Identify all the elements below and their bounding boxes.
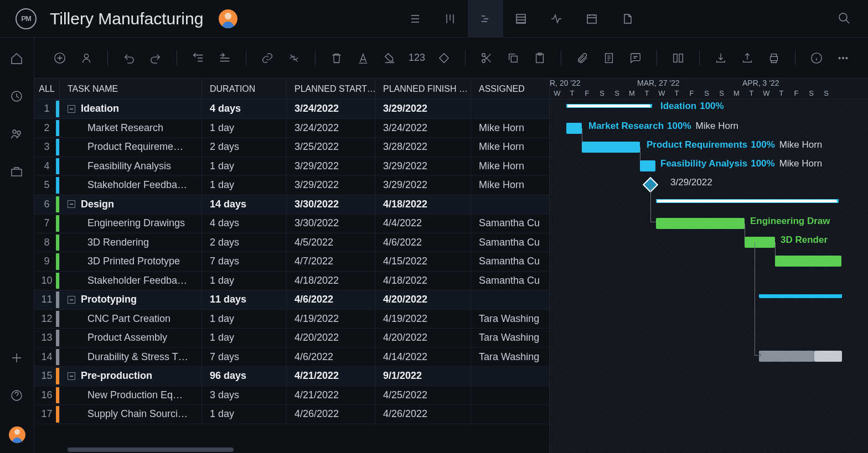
finish-cell[interactable]: 4/18/2022 [375, 272, 471, 290]
task-name-cell[interactable]: Product Requireme… [60, 138, 202, 157]
assigned-cell[interactable]: Samantha Cu [471, 214, 547, 233]
outdent-button[interactable] [190, 50, 206, 66]
table-row[interactable]: 15−Pre-production96 days4/21/20229/1/202… [34, 367, 549, 386]
import-button[interactable] [713, 50, 728, 66]
assigned-cell[interactable] [471, 290, 547, 309]
info-button[interactable] [809, 50, 824, 66]
finish-cell[interactable]: 4/6/2022 [375, 233, 471, 252]
start-cell[interactable]: 4/18/2022 [287, 272, 375, 290]
gantt-bar-ideation[interactable] [566, 104, 652, 108]
start-cell[interactable]: 4/21/2022 [287, 386, 375, 405]
start-cell[interactable]: 4/5/2022 [287, 233, 375, 252]
assigned-cell[interactable]: Mike Horn [471, 119, 547, 138]
assign-button[interactable] [79, 50, 94, 66]
start-cell[interactable]: 3/24/2022 [287, 100, 375, 118]
app-logo[interactable]: PM [16, 8, 37, 29]
finish-cell[interactable]: 4/14/2022 [375, 348, 471, 367]
redo-button[interactable] [148, 50, 163, 66]
task-name-cell[interactable]: Supply Chain Sourci… [60, 405, 202, 424]
gantt-body[interactable]: Ideation100% Market Research100%Mike Hor… [550, 100, 868, 453]
rail-recent[interactable] [10, 90, 24, 104]
task-name-cell[interactable]: Market Research [60, 119, 202, 138]
assigned-cell[interactable] [471, 405, 547, 424]
duration-cell[interactable]: 1 day [202, 310, 287, 329]
assigned-cell[interactable] [471, 100, 547, 118]
duration-cell[interactable]: 1 day [202, 176, 287, 195]
duration-cell[interactable]: 4 days [202, 100, 287, 118]
gantt-bar-prototype[interactable] [775, 256, 841, 267]
view-sheet[interactable] [503, 0, 539, 38]
duration-cell[interactable]: 3 days [202, 386, 287, 405]
assigned-cell[interactable] [471, 386, 547, 405]
avatar[interactable] [219, 9, 237, 28]
gantt-bar-design[interactable] [656, 199, 839, 203]
gantt-bar-market[interactable] [566, 123, 582, 134]
table-row[interactable]: 16New Production Eq…3 days4/21/20224/25/… [34, 386, 549, 405]
horizontal-scrollbar[interactable] [34, 446, 549, 453]
duration-cell[interactable]: 1 day [202, 405, 287, 424]
start-cell[interactable]: 4/21/2022 [287, 367, 375, 386]
assigned-cell[interactable]: Samantha Cu [471, 233, 547, 252]
finish-cell[interactable]: 3/24/2022 [375, 119, 471, 138]
rail-team[interactable] [10, 127, 24, 142]
start-cell[interactable]: 3/30/2022 [287, 214, 375, 233]
font-button[interactable] [355, 50, 371, 66]
duration-cell[interactable]: 1 day [202, 119, 287, 138]
duration-cell[interactable]: 1 day [202, 157, 287, 176]
gantt-bar-prodreq[interactable] [582, 142, 640, 153]
start-cell[interactable]: 4/20/2022 [287, 329, 375, 347]
table-row[interactable]: 11−Prototyping11 days4/6/20224/20/2022 [34, 290, 549, 310]
table-row[interactable]: 2Market Research1 day3/24/20223/24/2022M… [34, 119, 549, 138]
col-name[interactable]: TASK NAME [60, 79, 202, 99]
assigned-cell[interactable]: Mike Horn [471, 157, 547, 176]
table-row[interactable]: 83D Rendering2 days4/5/20224/6/2022Saman… [34, 233, 549, 253]
comment-button[interactable] [628, 50, 643, 66]
finish-cell[interactable]: 4/20/2022 [375, 329, 471, 347]
duration-cell[interactable]: 4 days [202, 214, 287, 233]
start-cell[interactable]: 3/25/2022 [287, 138, 375, 157]
duration-cell[interactable]: 2 days [202, 233, 287, 252]
gantt-bar-engdraw[interactable] [656, 218, 745, 229]
start-cell[interactable]: 3/30/2022 [287, 195, 375, 214]
task-name-cell[interactable]: Stakeholder Feedba… [60, 272, 202, 290]
start-cell[interactable]: 4/7/2022 [287, 252, 375, 271]
task-name-cell[interactable]: −Pre-production [60, 367, 202, 386]
start-cell[interactable]: 3/29/2022 [287, 176, 375, 195]
task-name-cell[interactable]: Durability & Stress T… [60, 348, 202, 367]
table-row[interactable]: 10Stakeholder Feedba…1 day4/18/20224/18/… [34, 272, 549, 291]
table-row[interactable]: 5Stakeholder Feedba…1 day3/29/20223/29/2… [34, 176, 549, 195]
collapse-icon[interactable]: − [68, 372, 75, 380]
task-name-cell[interactable]: −Prototyping [60, 290, 202, 309]
more-button[interactable] [835, 50, 851, 66]
start-cell[interactable]: 4/26/2022 [287, 405, 375, 424]
assigned-cell[interactable]: Samantha Cu [471, 272, 547, 290]
task-name-cell[interactable]: Engineering Drawings [60, 214, 202, 233]
task-name-cell[interactable]: Product Assembly [60, 329, 202, 347]
rail-add[interactable] [10, 351, 24, 366]
assigned-cell[interactable]: Tara Washing [471, 329, 547, 347]
view-board[interactable] [432, 0, 468, 38]
table-row[interactable]: 7Engineering Drawings4 days3/30/20224/4/… [34, 214, 549, 233]
export-button[interactable] [740, 50, 755, 66]
table-row[interactable]: 4Feasibility Analysis1 day3/29/20223/29/… [34, 157, 549, 176]
view-dashboard[interactable] [539, 0, 574, 38]
search-button[interactable] [837, 11, 852, 27]
assigned-cell[interactable]: Tara Washing [471, 348, 547, 367]
start-cell[interactable]: 4/6/2022 [287, 348, 375, 367]
col-all[interactable]: ALL [34, 79, 60, 99]
assigned-cell[interactable]: Mike Horn [471, 138, 547, 157]
assigned-cell[interactable]: Samantha Cu [471, 252, 547, 271]
task-name-cell[interactable]: −Ideation [60, 100, 202, 118]
gantt-bar-prototyping[interactable] [759, 294, 842, 298]
collapse-icon[interactable]: − [68, 105, 75, 113]
finish-cell[interactable]: 4/15/2022 [375, 252, 471, 271]
copy-button[interactable] [505, 50, 521, 66]
col-assigned[interactable]: ASSIGNED [471, 79, 547, 99]
assigned-cell[interactable]: Tara Washing [471, 310, 547, 329]
view-gantt[interactable] [468, 0, 503, 38]
finish-cell[interactable]: 3/29/2022 [375, 157, 471, 176]
gantt-bar-durability-rem[interactable] [814, 351, 842, 362]
duration-cell[interactable]: 14 days [202, 195, 287, 214]
task-name-cell[interactable]: 3D Printed Prototype [60, 252, 202, 271]
task-name-cell[interactable]: Feasibility Analysis [60, 157, 202, 176]
